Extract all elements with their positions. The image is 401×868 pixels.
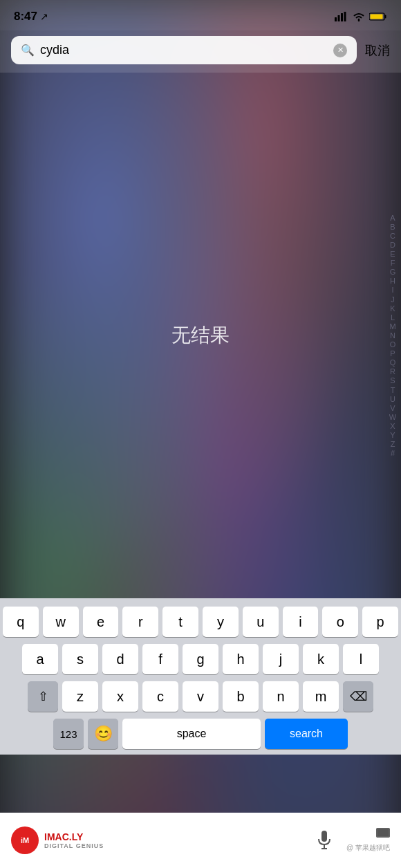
imac-brand-sub: DIGITAL GENIUS — [44, 842, 104, 849]
alpha-Q[interactable]: Q — [387, 358, 398, 367]
watermark-icon — [346, 828, 390, 839]
cancel-button[interactable]: 取消 — [365, 42, 390, 59]
alpha-T[interactable]: T — [387, 386, 398, 394]
wifi-icon — [353, 12, 365, 21]
alpha-X[interactable]: X — [387, 422, 398, 430]
battery-icon — [369, 12, 387, 21]
signal-icon — [335, 12, 348, 21]
svg-rect-2 — [341, 13, 343, 21]
key-o[interactable]: o — [322, 607, 358, 637]
alpha-S[interactable]: S — [387, 376, 398, 385]
alpha-V[interactable]: V — [387, 404, 398, 412]
key-v[interactable]: v — [183, 681, 218, 712]
watermark-block: @ 苹果越狱吧 — [346, 828, 390, 853]
alpha-C[interactable]: C — [387, 232, 398, 240]
alpha-K[interactable]: K — [387, 304, 398, 313]
alpha-N[interactable]: N — [387, 331, 398, 340]
status-icons — [335, 12, 387, 21]
footer-branding: iM IMAC.LY DIGITAL GENIUS — [0, 813, 401, 868]
svg-rect-5 — [385, 15, 386, 19]
key-b[interactable]: b — [223, 681, 259, 712]
keyboard-row-4: 123 😊 space search — [3, 719, 398, 749]
alpha-W[interactable]: W — [387, 413, 398, 421]
alpha-M[interactable]: M — [387, 322, 398, 331]
key-l[interactable]: l — [343, 644, 379, 674]
svg-rect-6 — [371, 15, 383, 19]
imac-logo: iM IMAC.LY DIGITAL GENIUS — [11, 827, 104, 854]
svg-rect-7 — [321, 831, 327, 842]
key-u[interactable]: u — [243, 607, 279, 637]
alpha-E[interactable]: E — [387, 250, 398, 258]
alpha-B[interactable]: B — [387, 223, 398, 231]
main-wrapper: 8:47 ↗ — [0, 0, 401, 868]
search-key[interactable]: search — [265, 719, 348, 749]
key-h[interactable]: h — [223, 644, 259, 674]
imac-logo-circle: iM — [11, 827, 39, 854]
svg-rect-1 — [338, 15, 340, 21]
key-r[interactable]: r — [122, 607, 158, 637]
alpha-P[interactable]: P — [387, 349, 398, 358]
key-m[interactable]: m — [303, 681, 339, 712]
key-n[interactable]: n — [263, 681, 299, 712]
key-f[interactable]: f — [142, 644, 178, 674]
mic-icon[interactable] — [316, 831, 333, 850]
key-p[interactable]: p — [362, 607, 398, 637]
keyboard-row-1: q w e r t y u i o p — [3, 607, 398, 637]
numbers-key[interactable]: 123 — [53, 719, 84, 749]
alpha-O[interactable]: O — [387, 340, 398, 349]
alpha-I[interactable]: I — [387, 286, 398, 294]
key-k[interactable]: k — [303, 644, 339, 674]
key-s[interactable]: s — [62, 644, 98, 674]
content-area: 无结果 A B C D E F G H I J K L M N O P Q R … — [0, 73, 401, 598]
alpha-G[interactable]: G — [387, 268, 398, 276]
svg-rect-3 — [344, 12, 346, 21]
search-input[interactable]: cydia — [40, 43, 328, 57]
search-clear-button[interactable]: ✕ — [333, 44, 347, 57]
key-z[interactable]: z — [62, 681, 98, 712]
emoji-key[interactable]: 😊 — [88, 719, 118, 749]
no-results-text: 无结果 — [171, 322, 230, 349]
alpha-D[interactable]: D — [387, 241, 398, 249]
alphabet-index[interactable]: A B C D E F G H I J K L M N O P Q R S T … — [384, 73, 401, 598]
status-bar: 8:47 ↗ — [0, 0, 401, 30]
space-key[interactable]: space — [122, 719, 261, 749]
alpha-A[interactable]: A — [387, 214, 398, 222]
imac-logo-text: iM — [21, 836, 29, 844]
search-bar-area: 🔍 cydia ✕ 取消 — [0, 30, 401, 73]
alpha-J[interactable]: J — [387, 295, 398, 304]
key-i[interactable]: i — [283, 607, 319, 637]
key-j[interactable]: j — [263, 644, 299, 674]
alpha-F[interactable]: F — [387, 259, 398, 267]
key-y[interactable]: y — [203, 607, 239, 637]
alpha-U[interactable]: U — [387, 395, 398, 403]
keyboard: q w e r t y u i o p a s d f g h j k l ⇧ … — [0, 598, 401, 755]
key-t[interactable]: t — [162, 607, 198, 637]
key-g[interactable]: g — [183, 644, 218, 674]
alpha-hash[interactable]: # — [387, 449, 398, 457]
imac-text-block: IMAC.LY DIGITAL GENIUS — [44, 831, 104, 849]
delete-key[interactable]: ⌫ — [343, 681, 373, 712]
key-x[interactable]: x — [102, 681, 138, 712]
keyboard-row-2: a s d f g h j k l — [3, 644, 398, 674]
key-q[interactable]: q — [3, 607, 39, 637]
search-input-wrapper[interactable]: 🔍 cydia ✕ — [11, 36, 357, 64]
alpha-H[interactable]: H — [387, 277, 398, 285]
key-a[interactable]: a — [22, 644, 58, 674]
imac-brand-name: IMAC.LY — [44, 831, 104, 842]
alpha-L[interactable]: L — [387, 313, 398, 322]
svg-rect-0 — [335, 17, 337, 21]
alpha-R[interactable]: R — [387, 367, 398, 376]
svg-rect-10 — [376, 828, 390, 838]
key-w[interactable]: w — [43, 607, 79, 637]
key-d[interactable]: d — [102, 644, 138, 674]
alpha-Z[interactable]: Z — [387, 440, 398, 448]
search-magnifier-icon: 🔍 — [21, 44, 35, 57]
key-c[interactable]: c — [142, 681, 178, 712]
footer-right: @ 苹果越狱吧 — [316, 828, 390, 853]
shift-key[interactable]: ⇧ — [28, 681, 58, 712]
mic-svg — [316, 831, 333, 850]
keyboard-row-3: ⇧ z x c v b n m ⌫ — [3, 681, 398, 712]
watermark-text: @ 苹果越狱吧 — [346, 844, 390, 851]
alpha-Y[interactable]: Y — [387, 431, 398, 439]
key-e[interactable]: e — [83, 607, 119, 637]
